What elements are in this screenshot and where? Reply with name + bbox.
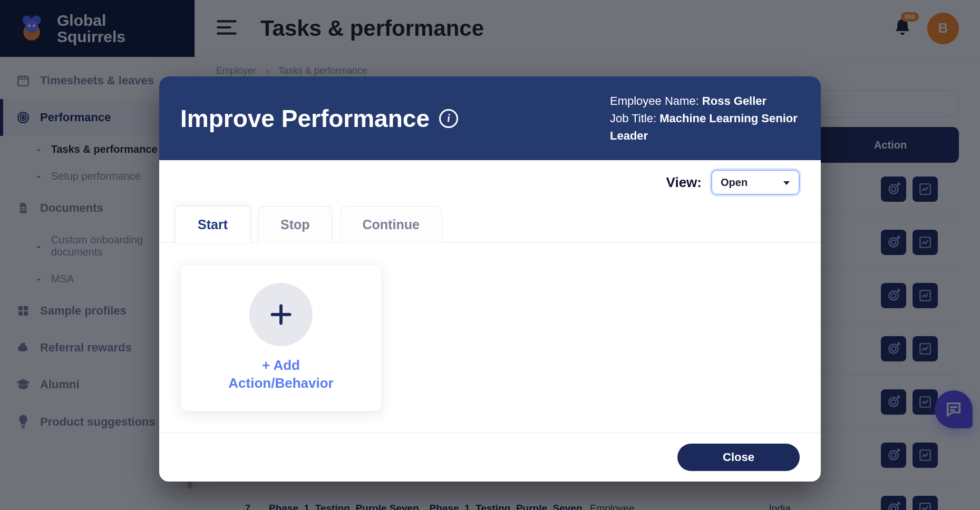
modal-tabs: Start Stop Continue — [159, 205, 821, 243]
add-action-card[interactable]: + Add Action/Behavior — [180, 264, 382, 411]
view-select[interactable]: Open — [711, 170, 800, 195]
chevron-down-icon — [783, 176, 790, 189]
modal-footer: Close — [159, 433, 821, 482]
modal-body: + Add Action/Behavior — [159, 243, 821, 433]
view-select-value: Open — [721, 176, 748, 189]
modal-toolbar: View: Open — [159, 160, 821, 199]
view-label: View: — [666, 174, 702, 191]
tab-start[interactable]: Start — [175, 206, 250, 243]
modal-header: Improve Performance i Employee Name: Ros… — [159, 76, 821, 160]
tab-stop[interactable]: Stop — [258, 206, 333, 243]
tab-continue[interactable]: Continue — [340, 206, 442, 243]
close-button[interactable]: Close — [677, 444, 800, 471]
plus-icon — [249, 283, 313, 346]
info-icon[interactable]: i — [439, 109, 458, 128]
modal-title: Improve Performance i — [180, 92, 594, 144]
modal-employee-meta: Employee Name: Ross Geller Job Title: Ma… — [610, 92, 800, 144]
add-action-label: + Add Action/Behavior — [228, 357, 333, 393]
improve-performance-modal: Improve Performance i Employee Name: Ros… — [159, 76, 821, 482]
modal-overlay[interactable]: Improve Performance i Employee Name: Ros… — [0, 0, 980, 510]
